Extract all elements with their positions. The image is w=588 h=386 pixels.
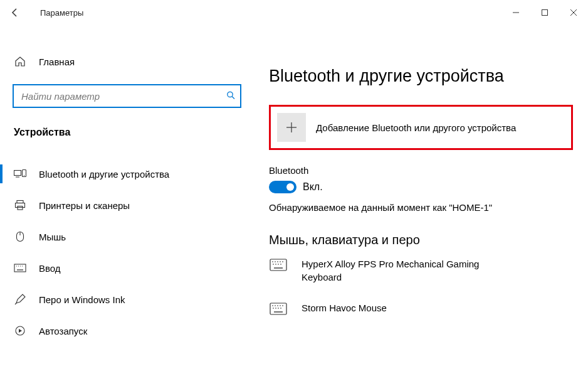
toggle-state-label: Вкл. <box>303 181 323 193</box>
mouse-icon <box>14 231 26 242</box>
settings-window: Параметры Главная Устро <box>0 0 588 386</box>
device-name: HyperX Alloy FPS Pro Mechanical Gaming K… <box>302 257 515 284</box>
svg-marker-21 <box>19 329 22 333</box>
svg-rect-9 <box>16 203 25 208</box>
titlebar: Параметры <box>0 0 588 25</box>
sidebar-item-label: Принтеры и сканеры <box>39 200 130 211</box>
back-button[interactable] <box>0 8 30 18</box>
plus-icon <box>277 113 306 142</box>
bluetooth-label: Bluetooth <box>269 165 573 176</box>
svg-rect-13 <box>14 264 26 272</box>
svg-line-19 <box>15 303 16 304</box>
svg-line-3 <box>232 97 234 99</box>
home-label: Главная <box>39 56 75 67</box>
device-name: Storm Havoc Mouse <box>302 301 387 314</box>
device-row[interactable]: Storm Havoc Mouse <box>269 301 573 315</box>
sidebar-item-printers[interactable]: Принтеры и сканеры <box>0 190 254 221</box>
sidebar-item-label: Перо и Windows Ink <box>39 294 125 305</box>
sidebar-item-label: Ввод <box>39 263 61 274</box>
sidebar-item-label: Мышь <box>39 232 66 242</box>
svg-rect-4 <box>14 171 21 176</box>
search-icon <box>226 91 235 102</box>
sidebar-item-pen[interactable]: Перо и Windows Ink <box>0 284 254 315</box>
home-icon <box>14 56 26 67</box>
pen-icon <box>14 294 26 305</box>
autoplay-icon <box>14 325 26 336</box>
sidebar-item-label: Автозапуск <box>39 326 87 336</box>
window-title: Параметры <box>30 8 83 18</box>
svg-rect-1 <box>542 10 548 16</box>
sidebar-item-bluetooth[interactable]: Bluetooth и другие устройства <box>0 158 254 190</box>
home-link[interactable]: Главная <box>0 48 254 75</box>
bluetooth-toggle[interactable] <box>269 181 297 193</box>
keyboard-icon <box>269 303 288 315</box>
minimize-button[interactable] <box>501 0 530 25</box>
sidebar-item-label: Bluetooth и другие устройства <box>39 169 169 180</box>
category-heading: Устройства <box>0 108 254 146</box>
minimize-icon <box>512 9 520 16</box>
devices-icon <box>14 169 26 179</box>
sidebar: Главная Устройства Bluetooth и другие ус… <box>0 25 254 386</box>
svg-rect-24 <box>270 259 286 271</box>
content-pane: Bluetooth и другие устройства Добавление… <box>254 25 588 386</box>
svg-point-7 <box>24 175 24 176</box>
device-row[interactable]: HyperX Alloy FPS Pro Mechanical Gaming K… <box>269 257 573 284</box>
nav-list: Bluetooth и другие устройства Принтеры и… <box>0 158 254 346</box>
keyboard-icon <box>14 264 26 272</box>
maximize-button[interactable] <box>530 0 559 25</box>
svg-rect-8 <box>17 201 23 203</box>
devices-heading: Мышь, клавиатура и перо <box>269 233 573 247</box>
printer-icon <box>14 200 26 211</box>
svg-rect-35 <box>270 303 286 314</box>
bluetooth-toggle-row: Вкл. <box>269 181 573 193</box>
maximize-icon <box>541 9 549 16</box>
svg-rect-10 <box>18 206 23 210</box>
add-device-button[interactable]: Добавление Bluetooth или другого устройс… <box>269 105 573 150</box>
sidebar-item-mouse[interactable]: Мышь <box>0 221 254 252</box>
add-device-label: Добавление Bluetooth или другого устройс… <box>316 122 516 133</box>
sidebar-item-autoplay[interactable]: Автозапуск <box>0 315 254 346</box>
page-title: Bluetooth и другие устройства <box>269 67 573 86</box>
keyboard-icon <box>269 259 288 271</box>
search-container <box>13 84 241 108</box>
arrow-left-icon <box>10 8 20 18</box>
sidebar-item-typing[interactable]: Ввод <box>0 252 254 284</box>
search-input[interactable] <box>13 84 241 108</box>
close-button[interactable] <box>559 0 588 25</box>
discoverable-status: Обнаруживаемое на данный момент как "HOM… <box>269 202 573 213</box>
close-icon <box>570 9 577 16</box>
svg-point-2 <box>228 92 233 97</box>
